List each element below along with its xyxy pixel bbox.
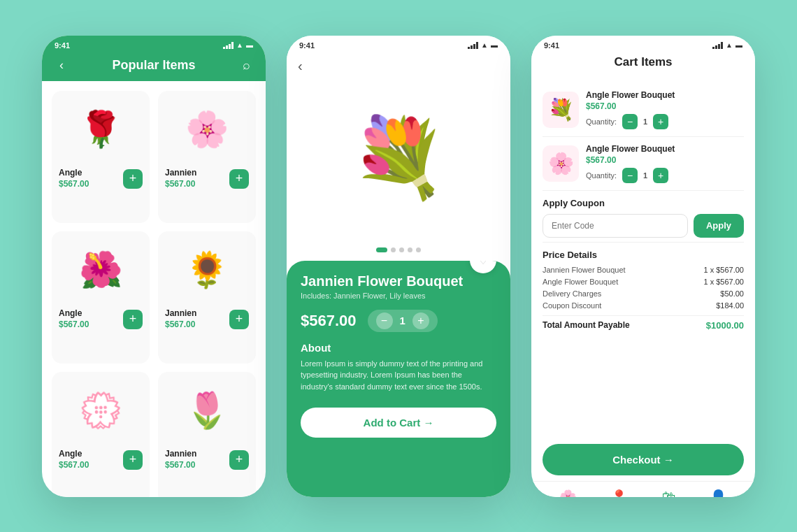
battery-icon-2: ▬ <box>491 41 498 49</box>
item-info-2: Angle $567.00 <box>59 308 89 329</box>
total-row: Total Amount Payable $1000.00 <box>543 315 744 331</box>
detail-subtitle: Includes: Jannien Flower, Lily leaves <box>301 292 496 300</box>
status-icons-1: ▲ ▬ <box>223 41 253 49</box>
cart-item-name-2: Angle Flower Bouquet <box>586 144 744 154</box>
item-name-4: Angle <box>59 449 89 459</box>
time-2: 9:41 <box>299 41 315 50</box>
search-icon[interactable]: ⌕ <box>238 58 254 73</box>
cart-item-price-2: $567.00 <box>586 155 744 165</box>
cart-item-2: 🌸 Angle Flower Bouquet $567.00 Quantity:… <box>543 137 744 191</box>
item-info-0: Angle $567.00 <box>59 168 89 189</box>
item-name-5: Jannien <box>165 449 196 459</box>
cart-item-qty-1: Quantity: − 1 + <box>586 114 744 129</box>
price-label-coupon: Coupon Discount <box>543 301 601 310</box>
item-card-2: 🌺 Angle $567.00 + <box>52 231 150 364</box>
item-price-2: $567.00 <box>59 319 89 329</box>
wifi-icon: ▲ <box>236 41 243 49</box>
item-name-1: Jannien <box>165 168 196 178</box>
status-icons-2: ▲ ▬ <box>468 41 498 49</box>
about-text: Lorem Ipsum is simply dummy text of the … <box>301 358 496 393</box>
screen-cart: 9:41 ▲ ▬ Cart Items 💐 Angle Flower Bouqu… <box>531 36 755 497</box>
qty-decrease-btn[interactable]: − <box>376 312 393 329</box>
dot-1 <box>376 247 387 252</box>
back-icon[interactable]: ‹ <box>53 58 70 73</box>
time-1: 9:41 <box>55 41 70 50</box>
detail-card: ♡ Jannien Flower Bouquet Includes: Janni… <box>287 261 510 497</box>
detail-price: $567.00 <box>301 312 357 330</box>
coupon-row: Apply <box>543 214 744 238</box>
total-value: $1000.00 <box>706 320 744 331</box>
cart-qty-increase-2[interactable]: + <box>653 168 668 183</box>
item-card-3: 🌻 Jannien $567.00 + <box>158 231 256 364</box>
nav-home-icon[interactable]: 🌸 <box>559 489 577 497</box>
popular-items-header: ‹ Popular Items ⌕ <box>42 52 266 81</box>
nav-profile-icon[interactable]: 👤 <box>710 489 727 497</box>
detail-top: ‹ 💐 <box>287 52 510 261</box>
add-item-btn-5[interactable]: + <box>229 450 249 470</box>
price-row-delivery: Delivery Charges $50.00 <box>543 289 744 298</box>
cart-qty-value-1: 1 <box>643 117 647 126</box>
cart-qty-decrease-2[interactable]: − <box>622 168 638 183</box>
battery-icon: ▬ <box>246 41 253 49</box>
status-bar-2: 9:41 ▲ ▬ <box>287 36 510 52</box>
item-row-0: Angle $567.00 + <box>59 168 143 189</box>
apply-coupon-button[interactable]: Apply <box>694 214 744 238</box>
dot-4 <box>408 247 412 252</box>
item-card-1: 🌸 Jannien $567.00 + <box>158 91 256 223</box>
status-bar-3: 9:41 ▲ ▬ <box>531 36 755 52</box>
add-item-btn-0[interactable]: + <box>123 169 143 189</box>
cart-item-info-1: Angle Flower Bouquet $567.00 Quantity: −… <box>586 90 744 129</box>
add-item-btn-3[interactable]: + <box>229 310 249 329</box>
price-label-delivery: Delivery Charges <box>543 289 601 298</box>
wifi-icon-2: ▲ <box>481 41 488 49</box>
about-title: About <box>301 342 496 354</box>
price-details: Price Details Jannien Flower Bouquet 1 x… <box>543 242 744 338</box>
item-name-0: Angle <box>59 168 89 178</box>
signal-icon-2 <box>468 42 478 49</box>
nav-cart-icon[interactable]: 🛍 <box>662 489 676 497</box>
screen-popular-items: 9:41 ▲ ▬ ‹ Popular Items ⌕ 🌹 Angle $567.… <box>42 36 266 497</box>
item-name-2: Angle <box>59 308 89 318</box>
image-dots <box>298 242 499 261</box>
item-image-3: 🌻 <box>172 238 242 301</box>
coupon-label: Apply Coupon <box>543 198 744 208</box>
total-label: Total Amount Payable <box>543 320 630 331</box>
favorite-button[interactable]: ♡ <box>470 261 496 273</box>
add-item-btn-4[interactable]: + <box>123 450 143 470</box>
qty-increase-btn[interactable]: + <box>412 312 429 329</box>
detail-title: Jannien Flower Bouquet <box>301 273 496 289</box>
cart-item-qty-2: Quantity: − 1 + <box>586 168 744 183</box>
add-item-btn-1[interactable]: + <box>229 169 249 189</box>
cart-header: Cart Items <box>531 52 755 76</box>
cart-item-img-1: 💐 <box>543 92 579 128</box>
qty-label-2: Quantity: <box>586 171 617 180</box>
detail-back-btn[interactable]: ‹ <box>298 58 303 73</box>
add-to-cart-button[interactable]: Add to Cart → <box>301 408 496 438</box>
price-value-delivery: $50.00 <box>720 289 744 298</box>
add-item-btn-2[interactable]: + <box>123 310 143 329</box>
cart-qty-increase-1[interactable]: + <box>653 114 668 129</box>
price-label-jannien: Jannien Flower Bouquet <box>543 266 626 274</box>
qty-value: 1 <box>400 315 405 326</box>
price-value-jannien: 1 x $567.00 <box>704 266 745 274</box>
item-info-1: Jannien $567.00 <box>165 168 196 189</box>
cart-item-name-1: Angle Flower Bouquet <box>586 90 744 100</box>
coupon-input[interactable] <box>543 214 688 238</box>
battery-icon-3: ▬ <box>735 41 742 49</box>
item-price-5: $567.00 <box>165 460 196 470</box>
item-image-5: 🌷 <box>172 379 242 442</box>
status-icons-3: ▲ ▬ <box>712 41 742 49</box>
item-card-4: 💮 Angle $567.00 + <box>52 372 150 497</box>
item-row-5: Jannien $567.00 + <box>165 449 249 470</box>
cart-qty-decrease-1[interactable]: − <box>622 114 638 129</box>
price-value-angle: 1 x $567.00 <box>704 278 745 286</box>
item-info-5: Jannien $567.00 <box>165 449 196 470</box>
quantity-control: − 1 + <box>368 310 438 332</box>
item-image-1: 🌸 <box>172 98 242 161</box>
wifi-icon-3: ▲ <box>726 41 733 49</box>
qty-label-1: Quantity: <box>586 117 617 126</box>
nav-location-icon[interactable]: 📍 <box>610 489 628 497</box>
item-price-3: $567.00 <box>165 319 196 329</box>
item-row-1: Jannien $567.00 + <box>165 168 249 189</box>
checkout-button[interactable]: Checkout → <box>543 444 744 475</box>
